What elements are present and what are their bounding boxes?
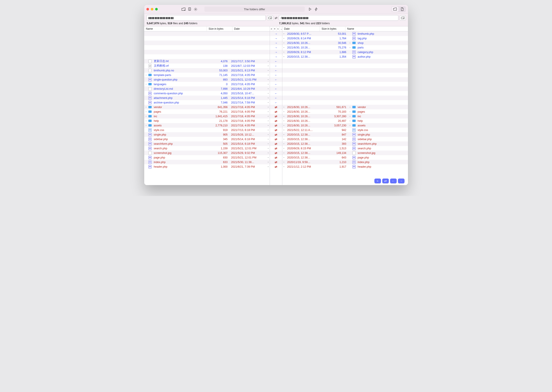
table-row[interactable]: ›inc1,841,4152021/7/18, 4:05 PM• [144,114,270,119]
table-row[interactable]: directoryList.md7,8982021/6/4, 10:29 PM• [144,86,270,91]
table-row[interactable] [144,41,270,45]
diff-indicator-row[interactable]: ⇄ [270,155,282,160]
diff-indicator-row[interactable]: ← [270,73,282,77]
table-row[interactable]: •2020/9/29, 8:14 PM1,764tag.php [282,36,408,41]
table-row[interactable]: sidebar.php3452021/5/14, 6:18 PM• [144,137,270,141]
diff-indicator-row[interactable]: → [270,36,282,41]
filter-similar-button[interactable]: ≈ [374,179,381,183]
diff-indicator-row[interactable]: ← [270,63,282,68]
diff-indicator-row[interactable]: → [270,41,282,45]
table-row[interactable]: •2020/9/29, 8:12 PM1,686category.php [282,50,408,54]
table-row[interactable]: index.php6332021/5/30, 11:38…• [144,160,270,164]
right-rows[interactable]: •2020/9/30, 8:57 P…53,001timthumb.php•20… [282,31,408,185]
left-column-headers[interactable]: Name Size in bytes Date [144,26,270,31]
table-row[interactable]: attachment.php1,4452021/5/14, 6:18 PM• [144,96,270,100]
swap-sides-button[interactable]: ⇄ [273,16,279,20]
table-row[interactable] [144,36,270,41]
right-path-picker-button[interactable] [400,15,406,21]
col-name-r[interactable]: Name [345,26,408,31]
table-row[interactable]: •2021/6/30, 10:26…3,057,230›assets [282,123,408,128]
remove-folder-button[interactable] [181,7,186,11]
diff-indicator-row[interactable]: ⇄ [270,105,282,109]
table-row[interactable]: searchform.php5052021/5/14, 6:18 PM• [144,141,270,146]
col-size[interactable]: Size in bytes [207,26,232,31]
disclosure-triangle[interactable]: › [348,124,352,126]
disclosure-triangle[interactable]: › [144,83,148,85]
disclosure-triangle[interactable]: › [348,120,352,122]
table-row[interactable]: •2021/6/30, 10:26…3,307,280›inc [282,114,408,119]
col-eq[interactable]: = [273,26,276,31]
table-row[interactable] [144,45,270,50]
diff-indicator-row[interactable]: ⇄ [270,151,282,155]
table-row[interactable]: •2020/11/19, 9:59…1,210index.php [282,160,408,164]
left-path-picker-button[interactable] [267,15,273,21]
table-row[interactable]: •2020/3/15, 12:38…1,354author.php [282,54,408,59]
table-row[interactable]: archive-question.php7,0462021/7/14, 7:59… [144,100,270,105]
disclosure-triangle[interactable]: › [144,74,148,76]
table-row[interactable]: ›assets2,779,2102021/7/18, 4:05 PM• [144,123,270,128]
table-row[interactable]: header.php1,0002021/6/21, 7:39 PM• [144,164,270,169]
diff-indicator-row[interactable]: → [270,45,282,50]
center-rows[interactable]: →→→→→→←←←←←←←←←←⇄⇄⇄⇄⇄⇄⇄⇄⇄⇄⇄⇄⇄⇄ [270,31,282,185]
table-row[interactable]: ›help21,1782021/7/18, 4:05 PM• [144,119,270,123]
diff-indicator-row[interactable]: ← [270,77,282,82]
diff-indicator-row[interactable]: ← [270,59,282,63]
table-row[interactable]: •2021/6/30, 10:26…30,546›shop [282,41,408,45]
table-row[interactable]: •2020/3/15, 12:38…847single.php [282,132,408,137]
diff-indicator-row[interactable]: ← [270,100,282,105]
diff-indicator-row[interactable]: ⇄ [270,128,282,132]
diff-indicator-row[interactable]: → [270,54,282,59]
table-row[interactable]: ›pages76,2212021/7/18, 4:05 PM• [144,109,270,114]
disclosure-triangle[interactable]: › [144,120,148,122]
table-row[interactable] [282,86,408,91]
filter-different-button[interactable]: ⇄ [382,179,389,183]
table-row[interactable] [282,96,408,100]
zoom-window-button[interactable] [155,8,158,10]
diff-indicator-row[interactable]: ← [270,96,282,100]
disclosure-triangle[interactable]: › [348,46,352,49]
diff-indicator-row[interactable]: ⇄ [270,119,282,123]
table-row[interactable]: •2020/9/29, 8:15 PM1,513search.php [282,146,408,151]
table-row[interactable]: •2021/6/30, 10:26…591,671›vendor [282,105,408,109]
table-row[interactable]: comments-question.php4,0502021/5/16, 10:… [144,91,270,96]
table-row[interactable]: •2020/3/15, 12:38…643page.php [282,155,408,160]
col-gt[interactable]: > [270,26,273,31]
col-date-r[interactable]: Date [282,26,320,31]
diff-indicator-row[interactable]: → [270,50,282,54]
settings-button[interactable] [193,7,198,11]
right-path-field[interactable]: /▮▮▮▮▮▮▮▮▮▮▮▮▮▮▮▮▮ [279,15,398,21]
diff-indicator-row[interactable]: ⇄ [270,123,282,128]
table-row[interactable]: ›languages02021/7/18, 4:05 PM• [144,82,270,86]
table-row[interactable] [282,91,408,96]
col-size-r[interactable]: Size in bytes [320,26,345,31]
close-window-button[interactable] [146,8,149,10]
table-row[interactable] [282,63,408,68]
table-row[interactable]: •2020/3/15, 12:38…149,134screenshot.jpg [282,151,408,155]
diff-indicator-row[interactable]: ← [270,82,282,86]
table-row[interactable]: single.php9052021/5/26, 10:12…• [144,132,270,137]
diff-indicator-row[interactable]: ⇄ [270,160,282,164]
disclosure-triangle[interactable]: › [144,124,148,126]
col-lt[interactable]: < [276,26,280,31]
run-button[interactable] [308,7,312,11]
copy-left-button[interactable]: ← [390,179,397,183]
table-row[interactable] [282,59,408,63]
table-row[interactable]: 更新日志.txt4,0762021/7/17, 3:50 PM• [144,59,270,63]
diff-indicator-row[interactable]: ⇄ [270,132,282,137]
quick-action-button[interactable] [314,7,318,11]
view-mode-toggle[interactable] [391,6,406,12]
table-row[interactable]: •2021/6/30, 10:26…70,183›pages [282,109,408,114]
document-view-button[interactable] [399,7,405,12]
table-row[interactable]: •2021/6/30, 10:26…20,497›help [282,119,408,123]
disclosure-triangle[interactable]: › [348,106,352,108]
table-row[interactable] [144,31,270,36]
table-row[interactable]: timthumb.php.no53,0032021/5/21, 8:13 PM• [144,68,270,73]
diff-indicator-row[interactable]: ⇄ [270,141,282,146]
right-column-headers[interactable]: Date Size in bytes Name [282,26,408,31]
diff-indicator-row[interactable]: ⇄ [270,114,282,119]
disclosure-triangle[interactable]: › [348,42,352,44]
table-row[interactable]: •2020/3/15, 12:38…393searchform.php [282,141,408,146]
disclosure-triangle[interactable]: › [144,106,148,108]
diff-indicator-row[interactable]: ⇄ [270,164,282,169]
col-name[interactable]: Name [144,26,207,31]
